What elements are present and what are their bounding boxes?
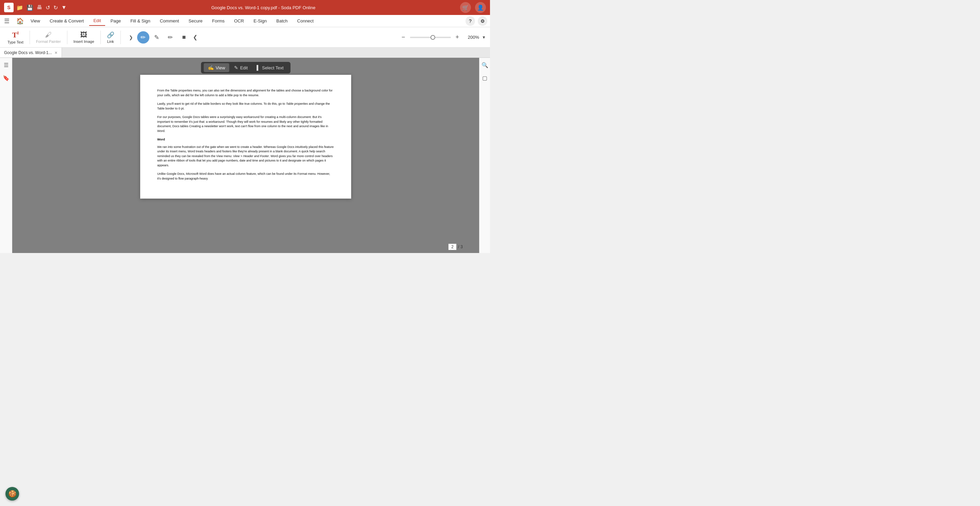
view-label: View bbox=[216, 65, 225, 70]
cart-icon[interactable]: 🛒 bbox=[460, 2, 471, 13]
nav-ocr[interactable]: OCR bbox=[230, 16, 248, 25]
annotation-strikethrough-icon: ✎ bbox=[154, 34, 159, 41]
annotation-underline-button[interactable]: ■ bbox=[178, 31, 190, 43]
annotation-highlight-icon: ✏ bbox=[168, 34, 173, 41]
nav-right: ? ⚙ bbox=[466, 16, 487, 26]
nav-fill-sign[interactable]: Fill & Sign bbox=[126, 16, 154, 25]
type-text-label: Type Text bbox=[8, 40, 24, 44]
total-pages: 3 bbox=[460, 244, 463, 249]
nav-comment[interactable]: Comment bbox=[156, 16, 183, 25]
tab-label: Google Docs vs. Word-1... bbox=[4, 50, 52, 55]
print-icon[interactable]: 🖶 bbox=[37, 5, 42, 11]
nav-page[interactable]: Page bbox=[107, 16, 125, 25]
divider-2 bbox=[67, 31, 67, 44]
main-area: ☰ 🔖 ✍ View ✎ Edit ▌ Select Text From the… bbox=[0, 58, 490, 253]
link-button[interactable]: 🔗 Link bbox=[103, 30, 118, 45]
page-separator: / bbox=[458, 244, 459, 249]
nav-view[interactable]: View bbox=[27, 16, 44, 25]
save-icon[interactable]: 💾 bbox=[27, 5, 33, 11]
word-heading: Word bbox=[157, 137, 334, 142]
nav-batch[interactable]: Batch bbox=[272, 16, 292, 25]
toolbar: TI Type Text 🖌 Format Painter 🖼 Insert I… bbox=[0, 27, 490, 48]
insert-image-icon: 🖼 bbox=[80, 31, 87, 39]
redo-icon[interactable]: ↻ bbox=[53, 5, 58, 11]
folder-icon[interactable]: 📁 bbox=[16, 5, 23, 11]
tab-bar: Google Docs vs. Word-1... × bbox=[0, 48, 490, 58]
page-number-bar: 2 / 3 bbox=[448, 243, 463, 250]
undo-icon[interactable]: ↺ bbox=[46, 5, 50, 11]
edit-label: Edit bbox=[240, 65, 248, 70]
link-label: Link bbox=[107, 40, 114, 43]
paragraph-2: Lastly, you'll want to get rid of the ta… bbox=[157, 102, 334, 111]
zoom-slider-thumb[interactable] bbox=[430, 35, 435, 40]
format-painter-button[interactable]: 🖌 Format Painter bbox=[33, 30, 64, 45]
page-thumbnails-icon[interactable]: ☰ bbox=[2, 60, 11, 69]
window-title: Google Docs vs. Word-1 copy.pdf - Soda P… bbox=[69, 5, 457, 10]
annotation-toolbar: ❯ ✏ ✎ ✏ ■ ❮ bbox=[126, 31, 199, 43]
current-page-number[interactable]: 2 bbox=[448, 243, 457, 250]
pdf-tab[interactable]: Google Docs vs. Word-1... × bbox=[0, 48, 62, 57]
annotation-underline-icon: ■ bbox=[182, 34, 186, 41]
type-text-button[interactable]: TI Type Text bbox=[4, 29, 27, 46]
text-cursor-icon: ▌ bbox=[256, 65, 260, 70]
bookmarks-icon[interactable]: 🔖 bbox=[2, 73, 11, 82]
zoom-slider[interactable] bbox=[410, 37, 451, 38]
paragraph-4: We ran into some frustration out of the … bbox=[157, 145, 334, 168]
zoom-section: − + 200% ▼ bbox=[399, 33, 486, 41]
link-icon: 🔗 bbox=[107, 31, 115, 39]
type-text-icon: TI bbox=[12, 31, 19, 40]
nav-forms[interactable]: Forms bbox=[208, 16, 229, 25]
pdf-viewer-area: ✍ View ✎ Edit ▌ Select Text From the Tab… bbox=[12, 58, 479, 253]
divider-4 bbox=[121, 31, 121, 44]
help-icon[interactable]: ? bbox=[466, 16, 475, 26]
home-icon[interactable]: 🏠 bbox=[15, 16, 25, 26]
expand-left-icon: ❯ bbox=[129, 35, 133, 40]
annotation-edit-mode-button[interactable]: ✏ bbox=[137, 31, 150, 43]
zoom-out-button[interactable]: − bbox=[399, 33, 407, 41]
select-text-label: Select Text bbox=[262, 65, 283, 70]
pdf-page: From the Table properties menu, you can … bbox=[140, 75, 351, 198]
tab-close-button[interactable]: × bbox=[55, 50, 57, 56]
annotation-collapse-icon[interactable]: ❮ bbox=[192, 33, 199, 42]
annotation-highlight-button[interactable]: ✏ bbox=[164, 31, 177, 43]
pencil-icon: ✎ bbox=[234, 65, 238, 70]
top-bar-right: 🛒 👤 bbox=[460, 2, 486, 13]
nav-create-convert[interactable]: Create & Convert bbox=[46, 16, 88, 25]
settings-icon[interactable]: ⚙ bbox=[478, 16, 487, 26]
pdf-text-content: From the Table properties menu, you can … bbox=[157, 89, 334, 181]
search-icon[interactable]: 🔍 bbox=[480, 60, 489, 69]
paragraph-5: Unlike Google Docs, Microsoft Word does … bbox=[157, 172, 334, 181]
italic-table-properties: Table properties bbox=[286, 102, 308, 105]
nav-connect[interactable]: Connect bbox=[293, 16, 318, 25]
zoom-value-display: 200% bbox=[464, 35, 479, 40]
dropdown-icon[interactable]: ▼ bbox=[61, 5, 67, 11]
user-icon[interactable]: 👤 bbox=[475, 2, 486, 13]
panel-icon[interactable]: ▢ bbox=[480, 73, 489, 82]
nav-edit[interactable]: Edit bbox=[89, 16, 105, 26]
top-bar: S 📁 💾 🖶 ↺ ↻ ▼ Google Docs vs. Word-1 cop… bbox=[0, 0, 490, 15]
zoom-dropdown-button[interactable]: ▼ bbox=[482, 35, 486, 40]
right-sidebar: 🔍 ▢ bbox=[479, 58, 490, 253]
annotation-edit-icon: ✏ bbox=[140, 34, 146, 41]
paragraph-3: For our purposes, Google Docs tables wer… bbox=[157, 115, 334, 133]
nav-esign[interactable]: E-Sign bbox=[250, 16, 271, 25]
zoom-in-button[interactable]: + bbox=[453, 33, 461, 41]
edit-mode-button[interactable]: ✎ Edit bbox=[230, 63, 252, 72]
format-painter-icon: 🖌 bbox=[45, 31, 52, 39]
view-mode-button[interactable]: ✍ View bbox=[204, 63, 229, 72]
left-sidebar: ☰ 🔖 bbox=[0, 58, 12, 253]
view-edit-toolbar: ✍ View ✎ Edit ▌ Select Text bbox=[201, 62, 291, 73]
nav-bar: ☰ 🏠 View Create & Convert Edit Page Fill… bbox=[0, 15, 490, 27]
logo[interactable]: S bbox=[4, 3, 14, 12]
divider-3 bbox=[100, 31, 101, 44]
insert-image-button[interactable]: 🖼 Insert Image bbox=[70, 30, 98, 45]
hamburger-menu-icon[interactable]: ☰ bbox=[3, 16, 11, 26]
hand-icon: ✍ bbox=[208, 65, 214, 70]
nav-secure[interactable]: Secure bbox=[185, 16, 207, 25]
expand-annotation-left[interactable]: ❯ bbox=[126, 33, 136, 42]
annotation-strikethrough-button[interactable]: ✎ bbox=[151, 31, 163, 43]
italic-view-header-footer: View > Header and Footer bbox=[233, 154, 269, 158]
paragraph-1: From the Table properties menu, you can … bbox=[157, 89, 334, 98]
select-text-button[interactable]: ▌ Select Text bbox=[253, 63, 288, 72]
format-painter-label: Format Painter bbox=[36, 40, 61, 43]
